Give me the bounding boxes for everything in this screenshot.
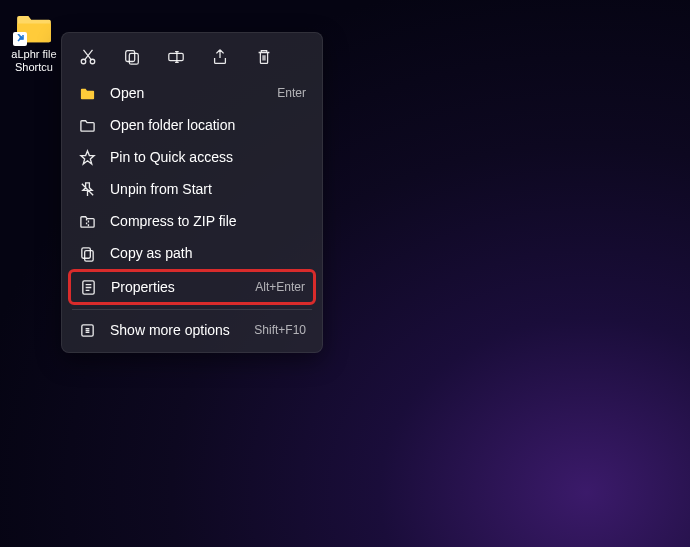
properties-icon xyxy=(79,278,97,296)
star-icon xyxy=(78,148,96,166)
menu-item-label: Show more options xyxy=(110,322,240,338)
menu-item-unpin-from-start[interactable]: Unpin from Start xyxy=(68,173,316,205)
svg-point-0 xyxy=(81,59,86,64)
desktop-shortcut-label: aLphr file Shortcu xyxy=(10,48,58,74)
menu-item-open[interactable]: Open Enter xyxy=(68,77,316,109)
cut-button[interactable] xyxy=(78,47,98,67)
menu-item-pin-quick-access[interactable]: Pin to Quick access xyxy=(68,141,316,173)
folder-outline-icon xyxy=(78,116,96,134)
context-menu: Open Enter Open folder location Pin to Q… xyxy=(61,32,323,353)
menu-item-compress-zip[interactable]: Compress to ZIP file xyxy=(68,205,316,237)
folder-open-icon xyxy=(78,84,96,102)
menu-item-label: Copy as path xyxy=(110,245,306,261)
cut-icon xyxy=(79,48,97,66)
svg-rect-4 xyxy=(169,53,183,60)
menu-item-label: Open xyxy=(110,85,263,101)
svg-point-1 xyxy=(90,59,95,64)
svg-rect-2 xyxy=(126,51,135,62)
rename-button[interactable] xyxy=(166,47,186,67)
desktop-shortcut[interactable]: aLphr file Shortcu xyxy=(10,14,58,74)
menu-divider xyxy=(72,309,312,310)
menu-item-hint: Alt+Enter xyxy=(255,280,305,294)
menu-item-label: Properties xyxy=(111,279,241,295)
menu-item-label: Compress to ZIP file xyxy=(110,213,306,229)
share-button[interactable] xyxy=(210,47,230,67)
unpin-icon xyxy=(78,180,96,198)
svg-rect-5 xyxy=(81,247,90,257)
folder-icon xyxy=(15,14,53,44)
svg-rect-6 xyxy=(84,250,93,260)
rename-icon xyxy=(167,48,185,66)
menu-item-label: Unpin from Start xyxy=(110,181,306,197)
menu-item-copy-as-path[interactable]: Copy as path xyxy=(68,237,316,269)
zip-icon xyxy=(78,212,96,230)
more-options-icon xyxy=(78,321,96,339)
menu-item-label: Pin to Quick access xyxy=(110,149,306,165)
menu-item-hint: Shift+F10 xyxy=(254,323,306,337)
menu-item-hint: Enter xyxy=(277,86,306,100)
menu-item-open-folder-location[interactable]: Open folder location xyxy=(68,109,316,141)
share-icon xyxy=(211,48,229,66)
menu-item-show-more-options[interactable]: Show more options Shift+F10 xyxy=(68,314,316,346)
context-menu-toolbar xyxy=(68,39,316,77)
delete-icon xyxy=(255,48,273,66)
copy-path-icon xyxy=(78,244,96,262)
shortcut-badge-icon xyxy=(13,32,27,46)
menu-item-properties[interactable]: Properties Alt+Enter xyxy=(68,269,316,305)
copy-icon xyxy=(123,48,141,66)
menu-item-label: Open folder location xyxy=(110,117,306,133)
delete-button[interactable] xyxy=(254,47,274,67)
svg-rect-3 xyxy=(129,53,138,64)
copy-button[interactable] xyxy=(122,47,142,67)
